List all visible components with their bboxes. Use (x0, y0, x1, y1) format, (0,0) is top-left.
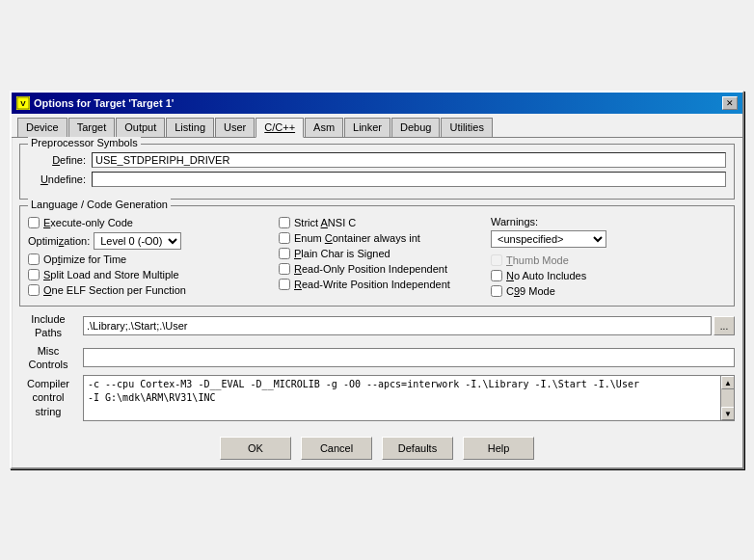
no-auto-includes-checkbox[interactable] (491, 270, 502, 281)
help-button[interactable]: Help (463, 437, 534, 460)
execute-only-row: Execute-only Code (28, 216, 279, 229)
scroll-track (721, 389, 734, 407)
include-paths-browse-button[interactable]: ... (714, 316, 735, 335)
split-load-label: Split Load and Store Multiple (43, 269, 179, 280)
strict-ansi-label: Strict ANSI C (294, 217, 356, 228)
preprocessor-group: Preprocessor Symbols Define: Undefine: (19, 144, 735, 200)
read-write-pos-label: Read-Write Position Independent (294, 279, 450, 290)
optimization-label: Optimization: (28, 235, 90, 247)
tab-output[interactable]: Output (116, 118, 165, 137)
scroll-down-button[interactable]: ▼ (721, 407, 735, 420)
one-elf-row: One ELF Section per Function (28, 283, 279, 297)
lang-col-1: Execute-only Code Optimization: Level 0 … (28, 216, 279, 298)
warnings-section: Warnings: <unspecified> No Warnings All … (491, 216, 726, 248)
compiler-control-container: -c --cpu Cortex-M3 -D__EVAL -D__MICROLIB… (83, 375, 735, 421)
read-only-pos-label: Read-Only Position Independent (294, 263, 447, 275)
include-paths-label: IncludePaths (19, 312, 77, 340)
split-load-checkbox[interactable] (28, 269, 40, 280)
compiler-scrollbar: ▲ ▼ (720, 376, 734, 420)
optimize-time-label: Optimize for Time (43, 253, 126, 265)
read-only-pos-row: Read-Only Position Independent (279, 262, 491, 276)
lang-col-2: Strict ANSI C Enum Container always int … (279, 216, 491, 298)
tab-target[interactable]: Target (68, 118, 116, 137)
undefine-input[interactable] (92, 172, 726, 187)
tab-cpp[interactable]: C/C++ (256, 118, 304, 138)
language-group: Language / Code Generation Execute-only … (19, 205, 735, 307)
plain-char-label: Plain Char is Signed (294, 248, 390, 259)
tab-linker[interactable]: Linker (344, 118, 390, 137)
read-only-pos-checkbox[interactable] (279, 263, 290, 275)
svg-text:V: V (20, 99, 26, 108)
compiler-control-row: Compilercontrolstring -c --cpu Cortex-M3… (19, 375, 735, 421)
optimization-select[interactable]: Level 0 (-O0) Level 1 (-O1) Level 2 (-O2… (94, 232, 181, 250)
include-paths-row: IncludePaths ... (19, 312, 735, 340)
scroll-up-button[interactable]: ▲ (721, 376, 735, 389)
tab-user[interactable]: User (215, 118, 255, 137)
read-write-pos-checkbox[interactable] (279, 279, 290, 290)
compiler-control-text: -c --cpu Cortex-M3 -D__EVAL -D__MICROLIB… (84, 376, 720, 420)
misc-controls-row: MiscControls (19, 344, 735, 372)
dialog: V Options for Target 'Target 1' ✕ Device… (10, 91, 744, 469)
read-write-pos-row: Read-Write Position Independent (279, 278, 491, 291)
c99-mode-row: C99 Mode (491, 284, 726, 298)
defaults-button[interactable]: Defaults (382, 437, 453, 460)
close-button[interactable]: ✕ (722, 96, 738, 110)
one-elf-label: One ELF Section per Function (43, 284, 186, 296)
app-icon: V (16, 96, 30, 110)
compiler-control-label: Compilercontrolstring (19, 375, 77, 418)
language-group-label: Language / Code Generation (28, 199, 171, 210)
tab-asm[interactable]: Asm (305, 118, 343, 137)
preprocessor-group-label: Preprocessor Symbols (28, 137, 141, 148)
tabs-container: Device Target Output Listing User C/C++ … (12, 114, 742, 137)
no-auto-includes-row: No Auto Includes (491, 269, 726, 282)
lang-col-3: Warnings: <unspecified> No Warnings All … (491, 216, 726, 298)
misc-controls-input[interactable] (83, 348, 735, 367)
undefine-label: Undefine: (28, 173, 86, 185)
content-area: Preprocessor Symbols Define: Undefine: L… (12, 137, 742, 431)
thumb-mode-label: Thumb Mode (506, 254, 569, 266)
enum-container-checkbox[interactable] (279, 232, 290, 244)
misc-controls-label: MiscControls (19, 344, 77, 372)
undefine-row: Undefine: (28, 172, 726, 187)
tab-debug[interactable]: Debug (391, 118, 440, 137)
plain-char-row: Plain Char is Signed (279, 247, 491, 260)
split-load-row: Split Load and Store Multiple (28, 268, 279, 281)
define-label: Define: (28, 154, 86, 166)
tab-listing[interactable]: Listing (166, 118, 214, 137)
tab-utilities[interactable]: Utilities (441, 118, 492, 137)
strict-ansi-row: Strict ANSI C (279, 216, 491, 229)
tab-device[interactable]: Device (17, 118, 67, 137)
define-row: Define: (28, 152, 726, 168)
cancel-button[interactable]: Cancel (301, 437, 372, 460)
ok-button[interactable]: OK (220, 437, 291, 460)
optimize-time-row: Optimize for Time (28, 253, 279, 266)
warnings-select-row: <unspecified> No Warnings All Warnings (491, 230, 726, 248)
no-auto-includes-label: No Auto Includes (506, 270, 586, 281)
warnings-header: Warnings: (491, 216, 726, 227)
enum-container-row: Enum Container always int (279, 231, 491, 245)
thumb-mode-checkbox[interactable] (491, 254, 502, 266)
strict-ansi-checkbox[interactable] (279, 217, 290, 228)
title-bar: V Options for Target 'Target 1' ✕ (12, 93, 742, 114)
optimize-time-checkbox[interactable] (28, 253, 40, 265)
title-text: Options for Target 'Target 1' (34, 97, 174, 109)
enum-container-label: Enum Container always int (294, 232, 420, 244)
execute-only-checkbox[interactable] (28, 217, 40, 228)
optimization-row: Optimization: Level 0 (-O0) Level 1 (-O1… (28, 231, 279, 251)
plain-char-checkbox[interactable] (279, 248, 290, 259)
execute-only-label: Execute-only Code (43, 217, 133, 228)
define-input[interactable] (92, 152, 726, 168)
warnings-select[interactable]: <unspecified> No Warnings All Warnings (491, 230, 606, 248)
one-elf-checkbox[interactable] (28, 284, 40, 296)
bottom-buttons: OK Cancel Defaults Help (12, 431, 742, 467)
include-paths-input[interactable] (83, 316, 712, 335)
thumb-mode-row: Thumb Mode (491, 253, 726, 267)
c99-mode-checkbox[interactable] (491, 285, 502, 297)
c99-mode-label: C99 Mode (506, 285, 555, 297)
